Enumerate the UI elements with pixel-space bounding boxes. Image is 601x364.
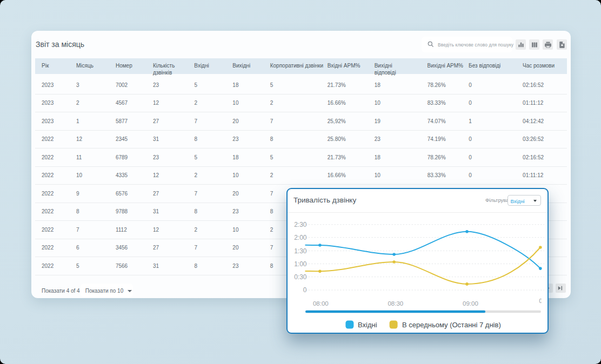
svg-text:09:00: 09:00 <box>463 300 478 307</box>
svg-text:1:00: 1:00 <box>294 260 307 268</box>
svg-text:08:30: 08:30 <box>388 300 403 307</box>
svg-text:0: 0 <box>303 286 307 294</box>
svg-text:В середньому (Останні 7 днів): В середньому (Останні 7 днів) <box>402 321 501 329</box>
svg-text:2:30: 2:30 <box>294 221 307 228</box>
svg-text:08:00: 08:00 <box>313 300 329 307</box>
svg-text:Вхідні: Вхідні <box>358 321 377 329</box>
svg-text:2:00: 2:00 <box>294 234 307 241</box>
svg-text:1:30: 1:30 <box>294 247 307 255</box>
svg-text:0:30: 0:30 <box>294 273 307 281</box>
svg-text:0: 0 <box>539 298 542 304</box>
